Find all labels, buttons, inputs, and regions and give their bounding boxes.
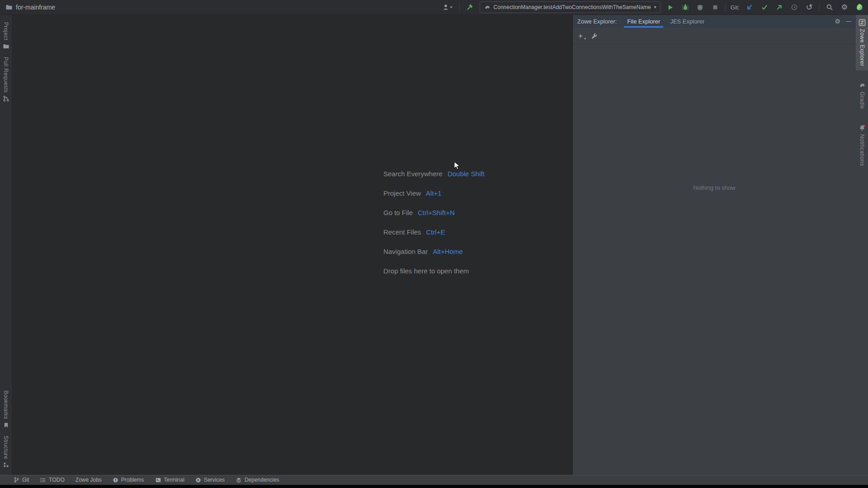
shortcut-row: Go to File Ctrl+Shift+N <box>383 209 485 217</box>
statusbar-label: TODO <box>49 477 64 483</box>
chevron-down-icon: ▾ <box>654 5 656 9</box>
stripe-button-zowe-explorer[interactable]: Zowe Explorer <box>856 15 868 70</box>
git-update-button[interactable] <box>745 2 755 12</box>
git-commit-button[interactable] <box>760 2 769 12</box>
stripe-label: Zowe Explorer <box>859 29 865 66</box>
add-connection-button[interactable]: +▾ <box>578 32 583 40</box>
stripe-label: Project <box>3 22 9 40</box>
stripe-button-pull-requests[interactable]: Pull Requests <box>3 57 9 102</box>
structure-icon <box>3 462 9 468</box>
left-tool-stripe: Project Pull Requests Bookmarks Structur… <box>0 15 12 475</box>
git-push-button[interactable] <box>774 2 784 12</box>
tab-jes-explorer[interactable]: JES Explorer <box>665 15 709 28</box>
shortcut-row: Recent Files Ctrl+E <box>383 228 485 237</box>
main-toolbar: for-mainframe ConnectionManager.testAddT… <box>0 0 868 15</box>
stop-button <box>710 2 720 12</box>
toolbar-separator <box>725 4 726 11</box>
settings-gear-icon[interactable]: ⚙ <box>840 2 849 12</box>
debug-button[interactable] <box>680 2 690 12</box>
right-tool-stripe: Zowe Explorer Gradle Notifications <box>856 15 868 475</box>
statusbar-label: Dependencies <box>245 477 279 483</box>
toolbar-separator <box>459 4 460 11</box>
statusbar-label: Problems <box>121 477 144 483</box>
statusbar-label: Terminal <box>164 477 184 483</box>
shortcut-keys: Double Shift <box>448 170 485 178</box>
statusbar-services-button[interactable]: Services <box>195 477 225 483</box>
stripe-button-notifications[interactable]: Notifications <box>856 120 868 170</box>
git-section-label: Git: <box>731 4 740 11</box>
statusbar-label: Services <box>204 477 225 483</box>
stripe-button-structure[interactable]: Structure <box>3 436 9 468</box>
rollback-icon[interactable]: ↺ <box>804 2 814 12</box>
zowe-icon <box>859 19 866 26</box>
shortcut-keys: Alt+Home <box>433 248 462 255</box>
project-name: for-mainframe <box>16 4 55 11</box>
tool-window-toolbar: +▾ <box>573 28 856 44</box>
empty-state-text: Nothing to show <box>573 184 856 191</box>
shortcut-action: Recent Files <box>383 228 421 236</box>
pull-request-icon <box>3 95 9 102</box>
shortcut-keys: Ctrl+E <box>426 228 445 236</box>
status-bar: Git TODO Zowe Jobs Problems Terminal Ser… <box>0 475 868 485</box>
shortcut-action: Project View <box>383 189 421 197</box>
shortcut-action: Navigation Bar <box>383 248 428 255</box>
tab-file-explorer[interactable]: File Explorer <box>622 15 665 28</box>
stripe-label: Bookmarks <box>3 390 9 419</box>
editor-area[interactable] <box>12 15 572 475</box>
statusbar-zowe-jobs-button[interactable]: Zowe Jobs <box>75 477 102 483</box>
user-accounts-icon[interactable] <box>441 2 454 12</box>
notification-bell-icon <box>859 124 866 131</box>
search-icon[interactable] <box>825 2 835 12</box>
statusbar-dependencies-button[interactable]: Dependencies <box>236 477 279 483</box>
stripe-label: Structure <box>3 436 9 459</box>
shortcut-keys: Ctrl+Shift+N <box>418 209 455 216</box>
statusbar-label: Git <box>22 477 29 483</box>
space-plugin-icon[interactable] <box>854 2 864 12</box>
drop-files-hint: Drop files here to open them <box>383 267 485 276</box>
bookmark-icon <box>3 422 9 428</box>
gradle-task-icon <box>484 4 491 11</box>
stripe-label: Notifications <box>859 134 865 166</box>
tool-window-title: Zowe Explorer: <box>573 18 622 25</box>
statusbar-git-button[interactable]: Git <box>14 477 29 483</box>
mouse-cursor <box>453 161 462 170</box>
minimize-icon[interactable]: — <box>846 19 851 24</box>
project-folder-icon <box>5 4 13 11</box>
run-configuration-name: ConnectionManager.testAddTwoConnectionsW… <box>494 4 651 10</box>
ide-window: for-mainframe ConnectionManager.testAddT… <box>0 0 868 488</box>
statusbar-problems-button[interactable]: Problems <box>113 477 144 483</box>
statusbar-terminal-button[interactable]: Terminal <box>155 477 184 483</box>
shortcut-action: Go to File <box>383 209 413 216</box>
shortcut-action: Search Everywhere <box>383 170 443 178</box>
run-button[interactable] <box>665 2 675 12</box>
shortcut-row: Navigation Bar Alt+Home <box>383 248 485 256</box>
stripe-label: Pull Requests <box>3 57 9 93</box>
tool-window-header: Zowe Explorer: File Explorer JES Explore… <box>573 15 856 28</box>
statusbar-label: Zowe Jobs <box>75 477 102 483</box>
stripe-label: Gradle <box>859 92 865 109</box>
shortcut-row: Project View Alt+1 <box>383 189 485 198</box>
editor-shortcuts-hint: Search Everywhere Double Shift Project V… <box>383 170 485 286</box>
chevron-down-icon: ▾ <box>584 37 586 41</box>
stripe-button-gradle[interactable]: Gradle <box>856 78 868 113</box>
gradle-elephant-icon <box>859 82 866 89</box>
settings-wrench-icon[interactable] <box>591 33 598 39</box>
tool-window-gear-icon[interactable]: ⚙ <box>835 18 840 24</box>
shortcut-keys: Alt+1 <box>426 189 442 197</box>
run-configuration-select[interactable]: ConnectionManager.testAddTwoConnectionsW… <box>480 1 660 13</box>
statusbar-todo-button[interactable]: TODO <box>40 477 64 483</box>
shortcut-row: Search Everywhere Double Shift <box>383 170 485 178</box>
build-hammer-icon[interactable] <box>465 2 475 12</box>
stripe-button-bookmarks[interactable]: Bookmarks <box>3 390 9 428</box>
zowe-explorer-tool-window: Zowe Explorer: File Explorer JES Explore… <box>572 15 856 475</box>
folder-icon <box>3 43 9 50</box>
stripe-button-project[interactable]: Project <box>3 22 9 50</box>
history-clock-icon <box>789 2 799 12</box>
window-bottom-edge <box>0 485 868 488</box>
toolbar-separator <box>819 4 820 11</box>
run-with-coverage-button[interactable] <box>695 2 705 12</box>
